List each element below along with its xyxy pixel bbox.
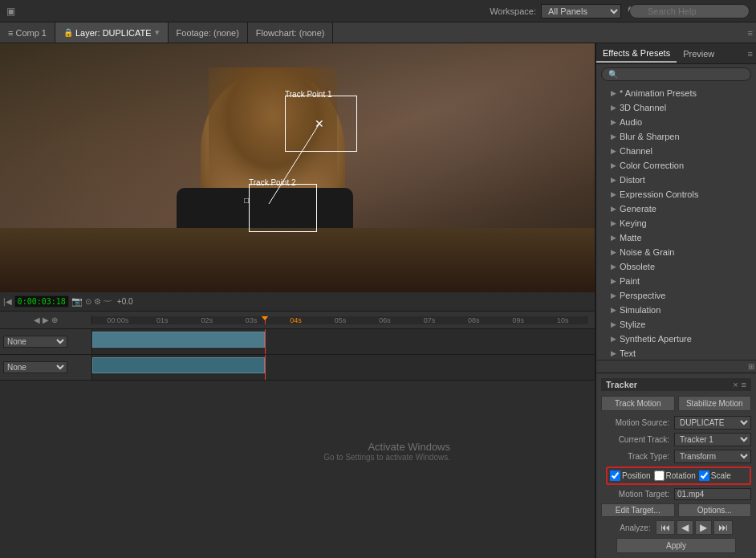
effects-panel: Effects & Presets Preview ≡ ▶ * Animatio… [596,43,756,373]
effect-synthetic-aperture[interactable]: ▶ Synthetic Aperture [596,332,756,346]
tab-flowchart[interactable]: Flowchart: (none) [248,22,334,43]
tab-effects-presets[interactable]: Effects & Presets [596,45,677,63]
left-panel: Track Point 1 ✕ Track Point 2 □ ▶ 0:00:0… [0,43,595,558]
panel-corner-icon[interactable]: ⊞ [748,362,754,371]
scale-label: Scale [711,471,731,480]
tab-bar: ≡ Comp 1 🔒 Layer: DUPLICATE ▾ Footage: (… [0,22,756,43]
effect-paint[interactable]: ▶ Paint [596,274,756,288]
app-icon: ▣ [6,6,15,17]
motion-icon: 〰 [104,297,112,306]
ruler-mark-4: 04s [274,316,318,324]
effects-menu-icon[interactable]: ≡ [748,49,753,59]
ruler-mark-10: 10s [541,316,585,324]
tab-comp[interactable]: ≡ Comp 1 [0,22,55,43]
tab-preview[interactable]: Preview [677,46,721,62]
rotation-checkbox[interactable] [654,470,665,481]
track-1-playhead [265,329,266,354]
effects-tab-bar: Effects & Presets Preview ≡ [596,43,756,64]
effect-stylize[interactable]: ▶ Stylize [596,317,756,332]
arrow-icon: ▶ [611,335,616,343]
current-track-select[interactable]: Tracker 1 [674,433,751,446]
arrow-icon: ▶ [611,248,616,256]
search-input[interactable] [629,4,750,18]
main-layout: Track Point 1 ✕ Track Point 2 □ ▶ 0:00:0… [0,43,756,558]
timeline-offset: +0.0 [117,297,133,306]
arrow-icon: ▶ [611,277,616,285]
track-options-checkboxes: Position Rotation Scale [606,466,751,485]
apply-button[interactable]: Apply [616,538,737,553]
effect-distort[interactable]: ▶ Distort [596,173,756,187]
ruler-mark-9: 09s [496,316,540,324]
effect-keying[interactable]: ▶ Keying [596,216,756,230]
effect-audio[interactable]: ▶ Audio [596,115,756,129]
playhead-line [265,316,266,324]
stabilize-motion-button[interactable]: Stabilize Motion [678,396,752,411]
track-line-svg [0,43,595,292]
analyze-last-button[interactable]: ⏭ [713,520,733,535]
effect-simulation[interactable]: ▶ Simulation [596,303,756,317]
scale-checkbox[interactable] [699,470,709,481]
viewer: Track Point 1 ✕ Track Point 2 □ ▶ 0:00:0… [0,43,595,292]
analyze-first-button[interactable]: ⏮ [656,520,675,535]
tracker-title: Tracker [606,380,637,389]
arrow-icon: ▶ [611,132,616,141]
effect-expression-controls[interactable]: ▶ Expression Controls [596,187,756,202]
dropdown-icon[interactable]: ▾ [155,27,160,38]
ruler-mark-5: 05s [318,316,362,324]
tab-layer-label: Layer: DUPLICATE [75,28,152,38]
track-2-playhead [265,355,266,380]
tracker-close-icon[interactable]: × [733,380,738,389]
track-type-select[interactable]: Transform [674,450,751,463]
tab-comp-label: ≡ Comp 1 [8,28,47,38]
effects-search[interactable] [601,67,751,81]
arrow-icon: ▶ [611,349,616,357]
position-checkbox[interactable] [610,470,620,481]
track-1-select[interactable]: None [3,336,67,348]
right-panel: Effects & Presets Preview ≡ ▶ * Animatio… [595,43,756,558]
effect-generate[interactable]: ▶ Generate [596,202,756,216]
workspace-select[interactable]: All Panels [541,4,621,18]
prev-frame-icon[interactable]: |◀ [3,297,12,306]
scrollbar-spacer-2 [588,329,595,354]
tab-flowchart-label: Flowchart: (none) [256,28,325,38]
tab-footage[interactable]: Footage: (none) [169,22,248,43]
playhead-triangle [261,316,269,320]
arrow-icon: ▶ [611,291,616,299]
effect-matte[interactable]: ▶ Matte [596,230,756,245]
motion-source-select[interactable]: DUPLICATE [674,416,751,430]
position-checkbox-group: Position [610,470,651,481]
motion-target-label: Motion Target: [601,490,669,499]
track-1-content[interactable] [92,329,588,354]
settings-icon[interactable]: ⚙ [94,297,101,306]
track-2-select[interactable]: None [3,361,67,373]
effect-perspective[interactable]: ▶ Perspective [596,288,756,303]
current-track-row: Current Track: Tracker 1 [601,433,751,446]
analyze-back-button[interactable]: ◀ [677,520,693,535]
timeline-icons: ◀ ▶ ⊕ [34,316,58,324]
edit-target-button[interactable]: Edit Target... [601,503,675,517]
effect-obsolete[interactable]: ▶ Obsolete [596,259,756,274]
analyze-forward-button[interactable]: ▶ [695,520,712,535]
effect-channel[interactable]: ▶ Channel [596,144,756,158]
effect-noise-grain[interactable]: ▶ Noise & Grain [596,245,756,259]
effect-blur-sharpen[interactable]: ▶ Blur & Sharpen [596,129,756,144]
tracker-menu-icon[interactable]: ≡ [742,380,746,389]
watermark-line2: Go to Settings to activate Windows. [323,453,450,462]
arrow-icon: ▶ [611,161,616,169]
track-2-clip [92,357,265,373]
effect-animation-presets[interactable]: ▶ * Animation Presets [596,86,756,100]
effect-3d-channel[interactable]: ▶ 3D Channel [596,100,756,115]
effect-color-correction[interactable]: ▶ Color Correction [596,158,756,173]
track-1-clip [92,332,265,348]
timeline-track-2: None [0,355,595,381]
search-container: 🔍 [621,4,750,18]
watermark-line1: Activate Windows [323,441,450,453]
activate-watermark: Activate Windows Go to Settings to activ… [323,441,450,462]
tab-layer[interactable]: 🔒 Layer: DUPLICATE ▾ [55,22,169,43]
effect-text[interactable]: ▶ Text [596,346,756,360]
ruler-mark-8: 08s [452,316,496,324]
options-button[interactable]: Options... [678,503,752,517]
panel-menu-icon[interactable]: ≡ [748,28,753,38]
track-motion-button[interactable]: Track Motion [601,396,675,411]
track-2-content[interactable] [92,355,588,380]
